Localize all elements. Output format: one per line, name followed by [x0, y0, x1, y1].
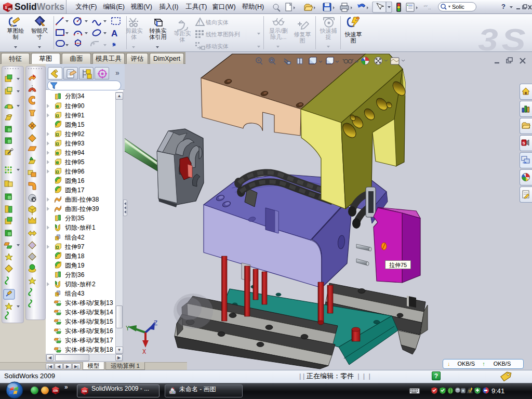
svg-text:Z: Z: [154, 320, 157, 327]
svg-text:SW: SW: [53, 389, 58, 392]
svg-text:Y: Y: [126, 325, 129, 332]
svg-text:S: S: [523, 141, 526, 145]
svg-text:!: !: [469, 389, 470, 393]
svg-text:SW: SW: [82, 390, 87, 393]
svg-text:X: X: [142, 349, 146, 356]
